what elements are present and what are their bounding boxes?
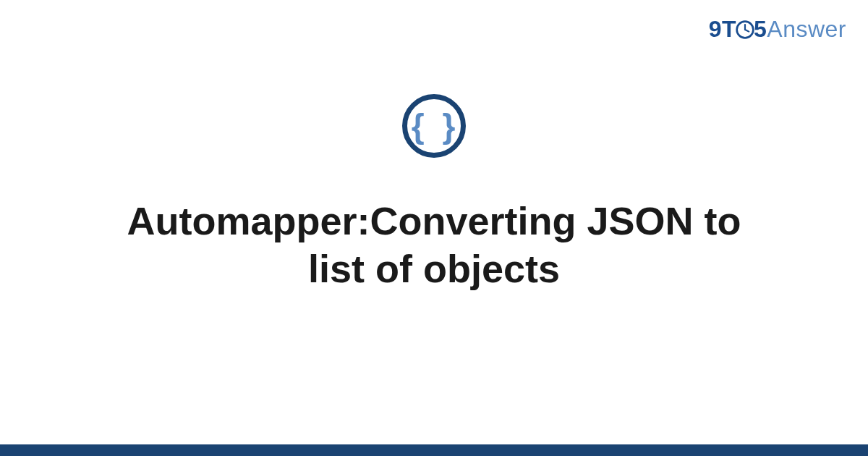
json-braces-icon: { } — [412, 106, 460, 145]
page-title: Automapper:Converting JSON to list of ob… — [72, 198, 796, 293]
brand-logo: 9T 5Answer — [709, 16, 846, 46]
topic-icon-badge: { } — [402, 94, 466, 158]
main-content: { } Automapper:Converting JSON to list o… — [0, 94, 868, 293]
brand-five: 5 — [754, 16, 767, 42]
footer-accent-bar — [0, 444, 868, 456]
brand-answer: Answer — [767, 16, 846, 42]
clock-icon — [735, 19, 755, 46]
brand-t: T — [722, 16, 736, 42]
brand-nine: 9 — [709, 16, 722, 42]
svg-line-2 — [745, 30, 749, 32]
